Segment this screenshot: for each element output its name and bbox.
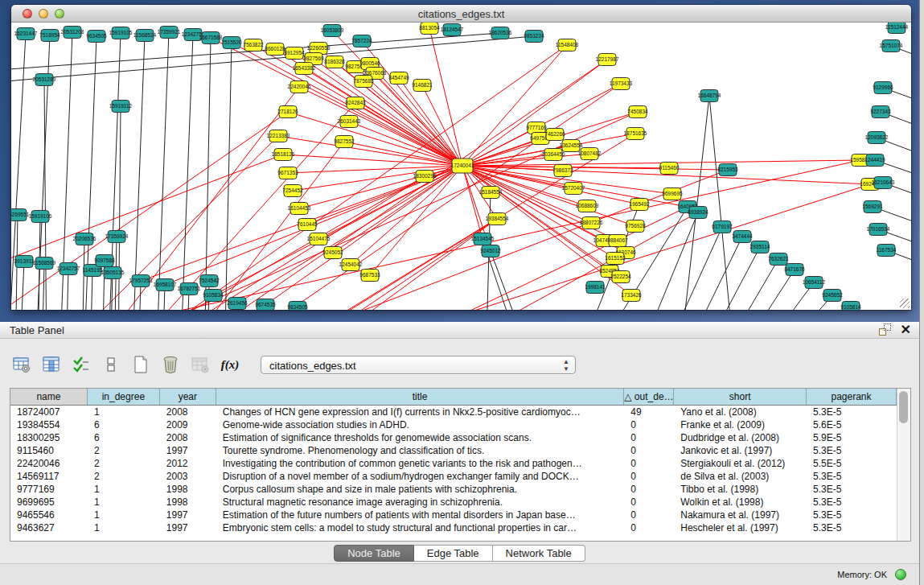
graph-node[interactable]: 16782751 (178, 283, 201, 295)
graph-node[interactable]: 2718126 (277, 106, 298, 118)
column-header-title[interactable]: title (216, 389, 625, 405)
column-header-in_degree[interactable]: in_degree (88, 389, 160, 405)
graph-node[interactable]: 9245052 (322, 247, 343, 259)
graph-node[interactable]: 26031443 (338, 116, 361, 128)
scrollbar-thumb[interactable] (899, 391, 908, 423)
table-settings-icon[interactable] (11, 354, 32, 375)
graph-node[interactable]: 9115460 (659, 163, 680, 175)
graph-node[interactable]: 10688609 (576, 200, 599, 212)
select-columns-icon[interactable] (41, 354, 62, 375)
graph-node[interactable]: 12342757 (57, 263, 80, 275)
graph-node[interactable]: 8454749 (388, 72, 409, 84)
delete-column-icon[interactable] (160, 354, 181, 375)
graph-node[interactable]: 7632621 (768, 253, 789, 266)
graph-node[interactable]: 9105814 (840, 302, 861, 311)
float-panel-icon[interactable] (879, 323, 891, 336)
graph-node[interactable]: 20531208 (61, 27, 84, 39)
graph-node[interactable]: 10807482 (578, 148, 602, 160)
graph-node[interactable]: 10654112 (803, 277, 826, 289)
graph-node[interactable]: 8813054 (419, 23, 440, 35)
table-row[interactable]: 969969511998Structural magnetic resonanc… (10, 496, 897, 509)
graph-node[interactable]: 15751074 (880, 40, 903, 52)
selected-rows-filter-icon[interactable] (71, 354, 92, 375)
graph-node[interactable]: 3474444 (732, 231, 753, 243)
network-canvas[interactable]: 1623144775189542053120896345051591910511… (11, 23, 911, 310)
graph-node[interactable]: 20206536 (73, 233, 97, 245)
graph-node[interactable]: 11568524 (133, 30, 157, 42)
graph-node[interactable]: 8660128 (265, 43, 285, 56)
column-header-year[interactable]: year (160, 389, 216, 405)
graph-node[interactable]: 16231447 (14, 28, 38, 40)
graph-node[interactable]: 19384554 (486, 213, 509, 225)
graph-node[interactable]: 15919112 (109, 101, 133, 113)
graph-node[interactable]: 17957253 (129, 275, 153, 287)
graph-node[interactable]: 9827552 (334, 136, 355, 148)
network-view-window[interactable]: citations_edges.txt 16231447751895420531… (11, 5, 911, 310)
network-window-titlebar[interactable]: citations_edges.txt (11, 5, 911, 23)
table-selector-dropdown[interactable]: citations_edges.txt ▲▼ (261, 356, 576, 374)
row-height-icon[interactable] (101, 354, 121, 375)
graph-node[interactable]: 9097588 (94, 255, 115, 267)
graph-node[interactable]: 9756928 (625, 220, 646, 233)
graph-node[interactable]: 8186328 (324, 56, 345, 68)
graph-node[interactable]: 9245012 (480, 245, 501, 257)
graph-node[interactable]: 1733426 (621, 290, 642, 302)
column-header-out_de[interactable]: △ out_de… (624, 389, 674, 405)
table-row[interactable]: 1830029562008Estimation of significance … (10, 431, 897, 444)
graph-node[interactable]: 9699695 (662, 188, 683, 200)
graph-node[interactable]: 18620536 (489, 27, 512, 39)
east-panel-edge[interactable] (919, 0, 924, 585)
table-row[interactable]: 977716911998Corpus callosum shape and si… (10, 483, 897, 496)
graph-node[interactable]: 8215953 (717, 164, 738, 176)
graph-node[interactable]: 9242843 (345, 97, 366, 109)
graph-node[interactable]: 15184554 (479, 187, 503, 199)
graph-node[interactable]: 7462266 (544, 129, 565, 141)
graph-node[interactable]: 11548408 (556, 39, 579, 51)
graph-node[interactable]: 15104475 (307, 233, 331, 245)
memory-indicator[interactable] (895, 569, 906, 580)
graph-node[interactable]: 12217987 (596, 54, 619, 66)
graph-node[interactable]: 17359921 (158, 27, 181, 39)
graph-node[interactable]: 15134545 (471, 233, 495, 245)
graph-node[interactable]: 1569291 (862, 201, 883, 213)
graph-node[interactable]: 11973433 (610, 78, 633, 90)
graph-node[interactable]: 11568569 (33, 257, 56, 270)
table-row[interactable]: 1938455462009Genome-wide association stu… (10, 418, 897, 431)
graph-node[interactable]: 7518954 (39, 30, 60, 42)
graph-node[interactable]: 7563822 (243, 39, 264, 51)
graph-node[interactable]: 1965492 (629, 199, 650, 211)
close-panel-icon[interactable]: ✕ (901, 323, 911, 336)
graph-node[interactable]: 17240041 (451, 159, 474, 173)
graph-node[interactable]: 2935114 (750, 241, 770, 253)
graph-node[interactable]: 15919105 (109, 27, 133, 39)
graph-node[interactable]: 9245652 (822, 290, 843, 302)
graph-node[interactable]: 7515520 (221, 37, 242, 49)
graph-node[interactable]: 9129966 (873, 82, 893, 94)
graph-node[interactable]: 7875685 (353, 76, 374, 88)
graph-node[interactable]: 9674535 (255, 299, 276, 311)
graph-node[interactable]: 12454042 (339, 259, 363, 271)
graph-node[interactable]: 9853224 (524, 31, 544, 43)
graph-node[interactable]: 3913911 (14, 256, 35, 268)
table-row[interactable]: 911546021997Tourette syndrome. Phenomeno… (10, 444, 897, 457)
graph-node[interactable]: 9146821 (412, 80, 433, 92)
create-column-icon[interactable] (130, 354, 151, 375)
graph-node[interactable]: 16543382 (293, 63, 316, 75)
graph-node[interactable]: 18518126 (272, 149, 295, 161)
graph-node[interactable]: 15720407 (562, 183, 585, 195)
graph-node[interactable]: 22420046 (288, 81, 311, 93)
window-resize-grip[interactable] (900, 299, 910, 308)
graph-node[interactable]: 8938924 (688, 207, 708, 219)
graph-node[interactable]: 15919106 (29, 211, 52, 223)
table-row[interactable]: 1872400712008Changes of HCN gene express… (10, 406, 897, 418)
graph-node[interactable]: 16210643 (872, 177, 895, 189)
graph-node[interactable]: 2619456 (227, 298, 248, 310)
table-vertical-scrollbar[interactable] (897, 389, 910, 541)
column-header-pagerank[interactable]: pagerank (807, 389, 897, 405)
graph-node[interactable]: 16958107 (154, 279, 177, 291)
table-row[interactable]: 1456911722003Disruption of a novel membe… (10, 470, 897, 483)
citation-network-graph[interactable]: 1623144775189542053120896345051591910511… (11, 23, 911, 310)
graph-node[interactable]: 18300295 (413, 171, 437, 183)
graph-node[interactable]: 9884067 (607, 235, 628, 247)
graph-node[interactable]: 7450834 (627, 106, 648, 118)
